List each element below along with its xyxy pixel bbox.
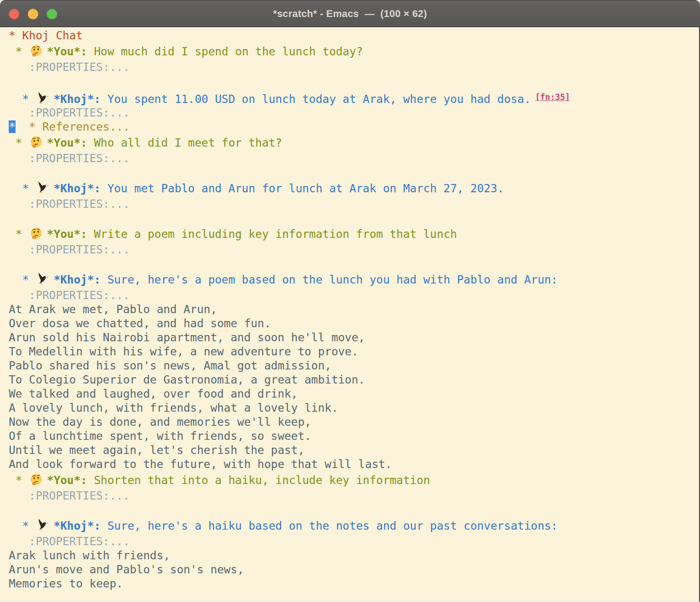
properties-text: :PROPERTIES:... [9,61,130,73]
traffic-lights [9,9,57,19]
blank-line[interactable] [9,503,699,517]
org-properties-drawer[interactable]: :PROPERTIES:... [9,535,699,549]
body-text: To Colegio Superior de Gastronomia, a gr… [9,373,365,386]
body-text: To Medellin with his wife, a new adventu… [9,345,358,358]
message-text: How much did I spend on the lunch today? [87,45,363,58]
body-text: Arak lunch with friends, [9,549,170,562]
org-properties-drawer[interactable]: :PROPERTIES:... [9,60,699,74]
org-heading-you-message[interactable]: * *You*: How much did I spend on the lun… [9,43,699,60]
properties-text: :PROPERTIES:... [9,152,130,165]
buffer-text-line[interactable]: We talked and laughed, over food and dri… [9,387,699,401]
body-text: A lovely lunch, with friends, what a lov… [9,401,338,414]
blank-line[interactable] [9,211,699,225]
body-text: Over dosa we chatted, and had some fun. [9,317,271,330]
heading-text: Khoj Chat [22,29,83,42]
buffer-text-line[interactable]: Arak lunch with friends, [9,549,699,563]
minimize-button[interactable] [28,9,38,19]
text-cursor: * [9,120,16,133]
org-heading-khoj-message[interactable]: * *Khoj*: You met Pablo and Arun for lun… [9,180,699,197]
org-properties-drawer[interactable]: :PROPERTIES:... [9,106,699,120]
thinking-face-icon [30,44,43,57]
heading-stars: * [9,228,29,240]
buffer-text-line[interactable]: To Medellin with his wife, a new adventu… [9,345,699,359]
speaker-label: *Khoj*: [53,519,100,532]
speaker-label: *You*: [47,136,87,149]
buffer-text-line[interactable]: Now the day is done, and memories we'll … [9,415,699,429]
thinking-face-icon [30,227,43,240]
references-text: * References... [29,120,130,133]
speaker-label: *Khoj*: [53,93,100,105]
org-properties-drawer[interactable]: :PROPERTIES:... [9,243,699,257]
properties-text: :PROPERTIES:... [9,489,130,502]
speaker-label: *You*: [47,45,87,58]
properties-text: :PROPERTIES:... [9,106,130,119]
body-text: Now the day is done, and memories we'll … [9,416,311,428]
body-text: Arun's move and Pablo's son's news, [9,563,244,576]
titlebar[interactable]: *scratch* - Emacs — (100 × 62) [0,0,700,27]
properties-text: :PROPERTIES:... [9,243,130,256]
heading-stars: * [9,45,29,58]
body-text: And look forward to the future, with hop… [9,458,392,470]
org-heading-khoj-message[interactable]: * *Khoj*: Sure, here's a haiku based on … [9,517,699,535]
body-text: Pablo shared his son's news, Amal got ad… [9,359,332,372]
zoom-button[interactable] [47,9,57,19]
heading-text: * [9,29,22,42]
org-heading-you-message[interactable]: * *You*: Shorten that into a haiku, incl… [9,471,699,489]
properties-text: :PROPERTIES:... [9,535,130,548]
emacs-window: *scratch* - Emacs — (100 × 62) * Khoj Ch… [0,0,700,602]
speaker-label: *Khoj*: [53,273,100,286]
buffer-text-line[interactable]: Memories to keep. [9,577,699,591]
org-heading-khoj-message[interactable]: * *Khoj*: Sure, here's a poem based on t… [9,271,699,288]
message-text: You spent 11.00 USD on lunch today at Ar… [100,93,531,105]
window-title: *scratch* - Emacs — (100 × 62) [273,8,427,19]
properties-text: :PROPERTIES:... [9,198,130,210]
heading-stars: * [9,519,35,532]
buffer-text-line[interactable]: A lovely lunch, with friends, what a lov… [9,401,699,415]
footnote-link[interactable]: [fn:35] [535,92,570,102]
buffer-text-line[interactable]: Over dosa we chatted, and had some fun. [9,317,699,331]
buffer-text-line[interactable]: And look forward to the future, with hop… [9,457,699,471]
body-text: Until we meet again, let's cherish the p… [9,444,304,456]
buffer-text-line[interactable]: Arun sold his Nairobi apartment, and soo… [9,331,699,345]
buffer-text-line[interactable]: Pablo shared his son's news, Amal got ad… [9,359,699,373]
org-heading-references[interactable]: * * References... [9,120,699,134]
blank-line[interactable] [9,257,699,271]
buffer-text-line[interactable]: Arun's move and Pablo's son's news, [9,563,699,577]
heading-stars: * [9,273,35,286]
org-heading-you-message[interactable]: * *You*: Who all did I meet for that? [9,134,699,151]
blank-line[interactable] [9,166,699,180]
blank-line[interactable] [9,74,699,88]
speaker-label: *You*: [47,474,87,486]
message-text: Sure, here's a poem based on the lunch y… [100,273,558,286]
editor-buffer[interactable]: * Khoj Chat * *You*: How much did I spen… [0,27,700,602]
org-heading-khoj-chat[interactable]: * Khoj Chat [9,29,699,43]
thinking-face-icon [30,135,43,149]
body-text: At Arak we met, Pablo and Arun, [9,303,217,316]
org-properties-drawer[interactable]: :PROPERTIES:... [9,288,699,302]
message-text: Write a poem including key information f… [87,228,457,240]
buffer-text-line[interactable]: To Colegio Superior de Gastronomia, a gr… [9,373,699,387]
body-text: Arun sold his Nairobi apartment, and soo… [9,331,365,344]
message-text: Shorten that into a haiku, include key i… [87,474,430,486]
body-text: Memories to keep. [9,577,123,590]
buffer-text-line[interactable]: Of a lunchtime spent, with friends, so s… [9,429,699,443]
close-button[interactable] [9,9,19,19]
org-properties-drawer[interactable]: :PROPERTIES:... [9,197,699,211]
properties-text: :PROPERTIES:... [9,289,130,301]
message-text: Who all did I meet for that? [87,136,283,149]
org-properties-drawer[interactable]: :PROPERTIES:... [9,489,699,503]
message-text: You met Pablo and Arun for lunch at Arak… [100,182,504,195]
speaker-label: *Khoj*: [53,182,100,195]
body-text: We talked and laughed, over food and dri… [9,387,298,400]
org-heading-khoj-message[interactable]: * *Khoj*: You spent 11.00 USD on lunch t… [9,88,699,106]
buffer-text-line[interactable]: At Arak we met, Pablo and Arun, [9,302,699,317]
body-text: Of a lunchtime spent, with friends, so s… [9,430,311,442]
org-heading-you-message[interactable]: * *You*: Write a poem including key info… [9,225,699,243]
heading-stars: * [9,136,29,149]
eagle-icon [36,272,49,285]
eagle-icon [36,181,49,194]
org-properties-drawer[interactable]: :PROPERTIES:... [9,151,699,166]
buffer-text-line[interactable]: Until we meet again, let's cherish the p… [9,443,699,457]
eagle-icon [36,518,49,532]
heading-stars: * [9,182,35,195]
